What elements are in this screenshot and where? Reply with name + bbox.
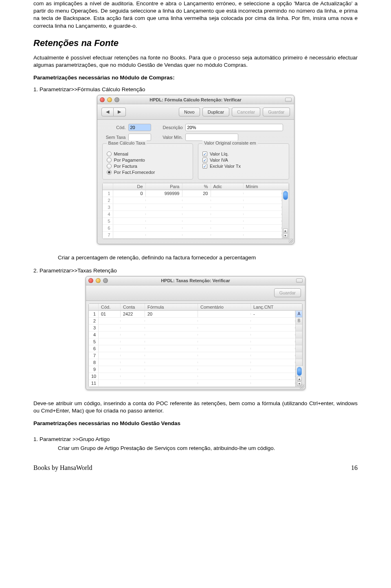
label-cod: Cód. [102, 125, 126, 130]
grid-taxas[interactable]: Cód. Conta Fórmula Comentário Lanç.CNT 1… [88, 303, 303, 387]
titlebar[interactable]: HPDL: Fórmula Cálculo Retenção: Verifica… [97, 95, 294, 104]
guardar-button[interactable]: Guardar [274, 288, 301, 297]
check-valor-iva[interactable]: ✓Valor IVA [202, 158, 285, 162]
semtaxa-input[interactable] [128, 134, 151, 141]
scroll-down-icon[interactable]: ▼ [283, 233, 288, 238]
paragraph-2: Actualmente é possível efectuar retençõe… [33, 54, 358, 69]
grid-row[interactable]: 8 [89, 359, 295, 366]
side-tab-a[interactable]: A [296, 311, 302, 318]
footer-page-number: 16 [351, 464, 358, 472]
grid-row[interactable]: 10 [89, 373, 295, 380]
footer-left: Books by HansaWorld [33, 464, 92, 472]
grid-row[interactable]: 7 [103, 232, 282, 239]
side-tab-b[interactable]: B [296, 318, 302, 325]
grid-row[interactable]: 2 [89, 318, 295, 325]
descricao-input[interactable] [185, 124, 283, 131]
heading-vendas: Parametrizações necessárias no Módulo Ge… [33, 420, 358, 426]
caption-3: Criar um Grupo de Artigo Prestação de Se… [58, 445, 358, 452]
valormin-input[interactable] [185, 134, 238, 141]
grid-row[interactable]: 5 [103, 218, 282, 225]
grid-row[interactable]: 3 [89, 325, 295, 331]
grid-header: De Para % Adic Mínim [103, 183, 289, 190]
group-label: Base Cálculo Taxa [107, 140, 147, 145]
group-valor-original: Valor Original consiste em ✓Valor Líq. ✓… [198, 143, 289, 180]
group-label: Valor Original consiste em [202, 140, 258, 145]
radio-por-fact-fornecedor[interactable]: Por Fact.Fornecedor [107, 170, 189, 175]
paragraph-1: com as implicações a nível de auditoria.… [33, 0, 358, 30]
scroll-up-icon[interactable]: ▲ [283, 228, 288, 233]
grid-row[interactable]: 2 [103, 197, 282, 204]
grid-row[interactable]: 11 [89, 380, 295, 387]
grid-row[interactable]: 3 [103, 204, 282, 211]
nav-next-button[interactable]: ▶ [114, 108, 126, 116]
grid-row[interactable]: 101242220- [89, 311, 295, 318]
step-1: 1. Parametrizar>>Fórmulas Cálculo Retenç… [33, 86, 358, 92]
radio-mensal[interactable]: Mensal [107, 151, 189, 156]
window-title: HPDL: Fórmula Cálculo Retenção: Verifica… [97, 97, 294, 102]
grid-row[interactable]: 4 [103, 211, 282, 218]
scroll-thumb[interactable] [283, 191, 288, 200]
group-base-calculo: Base Cálculo Taxa Mensal Por Pagamento P… [102, 143, 193, 180]
paragraph-3: Deve-se atribuir um código, inserindo a … [33, 400, 358, 415]
resize-handle-icon[interactable] [288, 238, 293, 243]
grid-escaloes[interactable]: De Para % Adic Mínim 1099999920 2 3 4 5 … [102, 183, 289, 239]
grid-row[interactable]: 9 [89, 366, 295, 373]
step-3: 1. Parametrizar >>Grupo Artigo [33, 436, 358, 442]
titlebar[interactable]: HPDL: Taxas Retenção: Verificar [86, 276, 305, 285]
window-taxas-retencao: HPDL: Taxas Retenção: Verificar Guardar … [86, 276, 305, 390]
caption-1: Criar a percentagem de retenção, definin… [58, 254, 358, 261]
toolbar: Guardar [86, 285, 305, 301]
side-column: A B ▲▼ [295, 311, 302, 387]
step-2: 2. Parametrizar>>Taxas Retenção [33, 268, 358, 274]
nav-prev-button[interactable]: ◀ [101, 108, 114, 116]
cancelar-button[interactable]: Cancelar [232, 108, 260, 116]
toolbar: ◀ ▶ Novo Duplicar Cancelar Guardar [97, 104, 294, 120]
duplicar-button[interactable]: Duplicar [202, 108, 229, 116]
radio-por-pagamento[interactable]: Por Pagamento [107, 158, 189, 162]
scrollbar[interactable]: ▲▼ [282, 190, 289, 239]
scroll-up-icon[interactable]: ▲ [297, 377, 302, 381]
window-formula-retencao: HPDL: Fórmula Cálculo Retenção: Verifica… [97, 95, 294, 244]
grid-row[interactable]: 7 [89, 352, 295, 359]
cod-input[interactable] [128, 124, 151, 131]
grid-row[interactable]: 1099999920 [103, 190, 282, 197]
grid-row[interactable]: 5 [89, 338, 295, 345]
label-semtaxa: Sem Taxa [102, 135, 126, 140]
radio-por-factura[interactable]: Por Factura [107, 164, 189, 169]
check-valor-liq[interactable]: ✓Valor Líq. [202, 151, 285, 156]
window-title: HPDL: Taxas Retenção: Verificar [86, 278, 305, 283]
heading-compras: Parametrizações necessárias no Módulo de… [33, 75, 358, 81]
check-excluir-valor-tx[interactable]: ✓Excluir Valor Tx [202, 164, 285, 169]
guardar-button[interactable]: Guardar [263, 108, 290, 116]
scroll-thumb[interactable] [297, 367, 302, 376]
novo-button[interactable]: Novo [179, 108, 200, 116]
heading-retencoes: Retenções na Fonte [33, 38, 358, 48]
grid-row[interactable]: 6 [103, 225, 282, 232]
grid-header: Cód. Conta Fórmula Comentário Lanç.CNT [89, 304, 302, 311]
label-descricao: Descrição [156, 125, 183, 130]
grid-row[interactable]: 4 [89, 331, 295, 338]
resize-handle-icon[interactable] [299, 384, 304, 389]
label-valormin: Valor Mín. [156, 135, 183, 140]
grid-row[interactable]: 6 [89, 345, 295, 352]
